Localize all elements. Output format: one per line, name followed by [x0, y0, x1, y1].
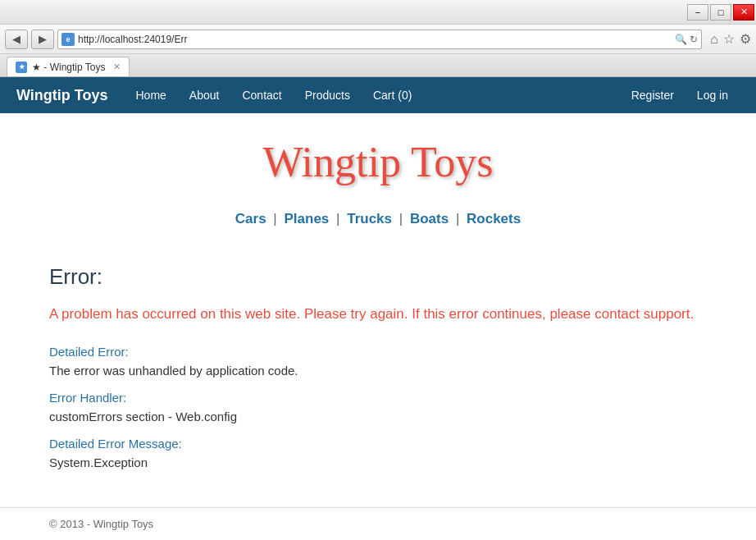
refresh-icon[interactable]: ↻: [690, 34, 698, 45]
cat-rockets[interactable]: Rockets: [467, 211, 521, 227]
address-icons: 🔍 ↻: [675, 34, 698, 45]
settings-icon[interactable]: ⚙: [740, 31, 751, 47]
browser-right-icons: ⌂ ☆ ⚙: [710, 31, 751, 47]
nav-links: Home About Contact Products Cart (0): [125, 79, 620, 112]
nav-right: Register Log in: [620, 79, 740, 112]
favorites-icon[interactable]: ☆: [723, 31, 735, 47]
detailed-error-message-label: Detailed Error Message:: [49, 437, 707, 451]
cat-trucks[interactable]: Trucks: [347, 211, 392, 227]
title-bar: − □ ✕: [0, 0, 756, 25]
close-button[interactable]: ✕: [733, 4, 754, 21]
browser-tab[interactable]: ★ ★ - Wingtip Toys ✕: [7, 57, 130, 76]
back-button[interactable]: ◀: [5, 30, 28, 49]
sep-4: |: [456, 211, 459, 227]
cat-boats[interactable]: Boats: [410, 211, 449, 227]
home-icon[interactable]: ⌂: [710, 32, 718, 47]
tab-favicon: ★: [16, 62, 27, 73]
nav-about[interactable]: About: [178, 79, 231, 112]
detailed-error-label: Detailed Error:: [49, 345, 707, 359]
main-content: Wingtip Toys Cars | Planes | Trucks | Bo…: [0, 113, 756, 540]
error-handler-value: customErrors section - Web.config: [49, 410, 707, 423]
site-title: Wingtip Toys: [0, 138, 756, 186]
cat-cars[interactable]: Cars: [235, 211, 266, 227]
category-links: Cars | Planes | Trucks | Boats | Rockets: [0, 211, 756, 227]
forward-button[interactable]: ▶: [31, 30, 54, 49]
search-icon: 🔍: [675, 34, 687, 45]
tab-close-button[interactable]: ✕: [113, 62, 121, 72]
error-heading: Error:: [49, 264, 707, 290]
nav-register[interactable]: Register: [620, 79, 685, 112]
nav-bar: Wingtip Toys Home About Contact Products…: [0, 77, 756, 113]
sep-1: |: [273, 211, 276, 227]
tab-bar: ★ ★ - Wingtip Toys ✕: [0, 54, 756, 77]
restore-button[interactable]: □: [710, 4, 731, 21]
minimize-button[interactable]: −: [687, 4, 708, 21]
footer: © 2013 - Wingtip Toys: [0, 507, 756, 540]
detailed-error-value: The error was unhandled by application c…: [49, 364, 707, 378]
title-bar-buttons: − □ ✕: [685, 4, 754, 21]
content-area: Error: A problem has occurred on this we…: [0, 248, 756, 507]
error-handler-label: Error Handler:: [49, 391, 707, 405]
address-icon: e: [61, 33, 75, 46]
address-text: http://localhost:24019/Err: [78, 34, 675, 45]
browser-toolbar: ◀ ▶ e http://localhost:24019/Err 🔍 ↻ ⌂ ☆…: [0, 25, 756, 54]
cat-planes[interactable]: Planes: [285, 211, 330, 227]
detailed-error-message-value: System.Exception: [49, 455, 707, 469]
footer-text: © 2013 - Wingtip Toys: [49, 518, 153, 530]
nav-contact[interactable]: Contact: [230, 79, 293, 112]
nav-cart[interactable]: Cart (0): [362, 79, 423, 112]
nav-home[interactable]: Home: [125, 79, 178, 112]
tab-title: ★ - Wingtip Toys: [32, 62, 105, 73]
error-message: A problem has occurred on this web site.…: [49, 303, 707, 325]
address-bar[interactable]: e http://localhost:24019/Err 🔍 ↻: [57, 30, 702, 49]
sep-3: |: [399, 211, 403, 227]
sep-2: |: [336, 211, 339, 227]
nav-brand[interactable]: Wingtip Toys: [16, 87, 108, 104]
window-frame: − □ ✕ ◀ ▶ e http://localhost:24019/Err 🔍…: [0, 0, 756, 540]
nav-login[interactable]: Log in: [685, 79, 740, 112]
site-header: Wingtip Toys: [0, 113, 756, 203]
nav-products[interactable]: Products: [294, 79, 362, 112]
